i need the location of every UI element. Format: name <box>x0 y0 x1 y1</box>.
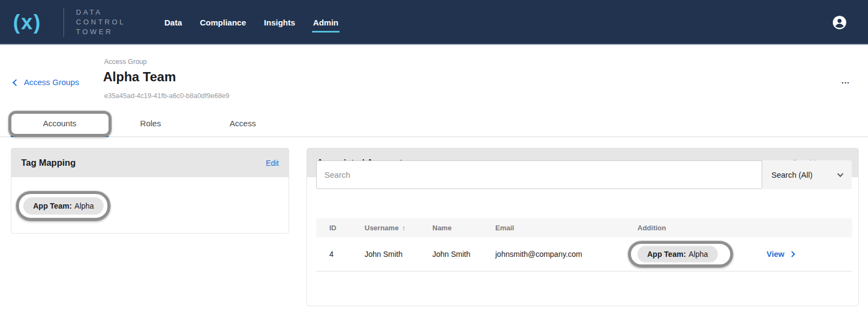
view-link-label: View <box>767 250 784 258</box>
sort-ascending-icon: ↑ <box>402 224 406 232</box>
back-to-access-groups-link[interactable]: Access Groups <box>14 77 79 87</box>
column-header-addition[interactable]: Addition <box>637 224 767 232</box>
nav-active-underline <box>312 31 340 33</box>
back-link-label: Access Groups <box>24 77 79 87</box>
brand-line-3: TOWER <box>76 27 126 37</box>
tab-roles[interactable]: Roles <box>114 111 187 135</box>
entity-type-label: Access Group <box>104 58 147 66</box>
nav-item-admin-label: Admin <box>313 18 339 27</box>
active-tab-underline <box>11 135 108 137</box>
tab-access[interactable]: Access <box>206 111 279 135</box>
cell-username: John Smith <box>365 250 432 258</box>
tag-chip-key: App Team: <box>33 202 72 210</box>
app-header: (x) DATA CONTROL TOWER Data Compliance I… <box>0 0 868 45</box>
nav-item-compliance[interactable]: Compliance <box>200 15 246 30</box>
table-row: 4 John Smith John Smith johnsmith@compan… <box>316 237 852 271</box>
column-header-email[interactable]: Email <box>495 224 637 232</box>
user-avatar-icon[interactable] <box>832 15 847 30</box>
nav-item-compliance-label: Compliance <box>200 18 246 27</box>
brand-line-1: DATA <box>76 8 126 17</box>
tag-mapping-title: Tag Mapping <box>21 158 76 168</box>
accounts-table-header: ID Username ↑ Name Email Addition <box>316 218 852 237</box>
row-chip-value: Alpha <box>688 250 708 258</box>
nav-item-data[interactable]: Data <box>164 15 182 30</box>
tabbar-divider <box>0 137 868 137</box>
column-header-username-label: Username <box>365 224 399 232</box>
tag-chip-value: Alpha <box>74 202 94 210</box>
brand-divider <box>63 8 64 37</box>
top-navigation: Data Compliance Insights Admin <box>164 0 339 45</box>
nav-item-data-label: Data <box>164 18 182 27</box>
row-chip-app-team-alpha[interactable]: App Team: Alpha <box>637 245 718 263</box>
chevron-down-icon <box>837 171 843 177</box>
tab-access-label: Access <box>229 119 256 128</box>
tab-roles-label: Roles <box>140 119 161 128</box>
column-header-username[interactable]: Username ↑ <box>365 224 432 232</box>
edit-tag-mapping-link[interactable]: Edit <box>266 159 279 167</box>
search-input[interactable] <box>316 160 762 189</box>
associated-accounts-panel: Associated Accounts + Manually Add Accou… <box>307 148 859 306</box>
screen: (x) DATA CONTROL TOWER Data Compliance I… <box>0 0 868 317</box>
tab-accounts-label: Accounts <box>43 119 76 128</box>
accounts-table: ID Username ↑ Name Email Addition 4 John… <box>316 218 852 271</box>
cell-email: johnsmith@company.com <box>495 250 637 258</box>
tag-mapping-header: Tag Mapping Edit <box>11 148 289 177</box>
cell-name: John Smith <box>432 250 495 258</box>
nav-item-insights-label: Insights <box>264 18 296 27</box>
search-scope-label: Search (All) <box>771 171 813 179</box>
cell-id: 4 <box>329 250 365 258</box>
brand-wordmark: DATA CONTROL TOWER <box>76 8 126 37</box>
search-scope-dropdown[interactable]: Search (All) <box>762 160 852 189</box>
row-chip-key: App Team: <box>647 250 686 258</box>
tag-mapping-panel: Tag Mapping Edit App Team: Alpha <box>11 148 289 234</box>
more-options-icon[interactable]: ... <box>841 76 850 85</box>
entity-uuid: e35a45ad-4c19-41fb-a6c0-b8a0df9e68e9 <box>104 92 229 100</box>
column-header-name[interactable]: Name <box>432 224 495 232</box>
brand-logo-icon[interactable]: (x) <box>13 0 41 45</box>
tag-chip-app-team-alpha[interactable]: App Team: Alpha <box>23 197 104 215</box>
cell-addition: App Team: Alpha <box>637 245 767 263</box>
tab-accounts[interactable]: Accounts <box>11 111 108 135</box>
chevron-left-icon <box>12 79 20 86</box>
view-account-link[interactable]: View <box>767 250 852 258</box>
column-header-id[interactable]: ID <box>329 224 365 232</box>
chevron-right-icon <box>789 251 795 257</box>
tag-chip-container: App Team: Alpha <box>23 197 104 215</box>
brand-line-2: CONTROL <box>76 17 126 27</box>
nav-item-admin[interactable]: Admin <box>313 15 339 30</box>
page-title: Alpha Team <box>103 69 176 85</box>
nav-item-insights[interactable]: Insights <box>264 15 296 30</box>
